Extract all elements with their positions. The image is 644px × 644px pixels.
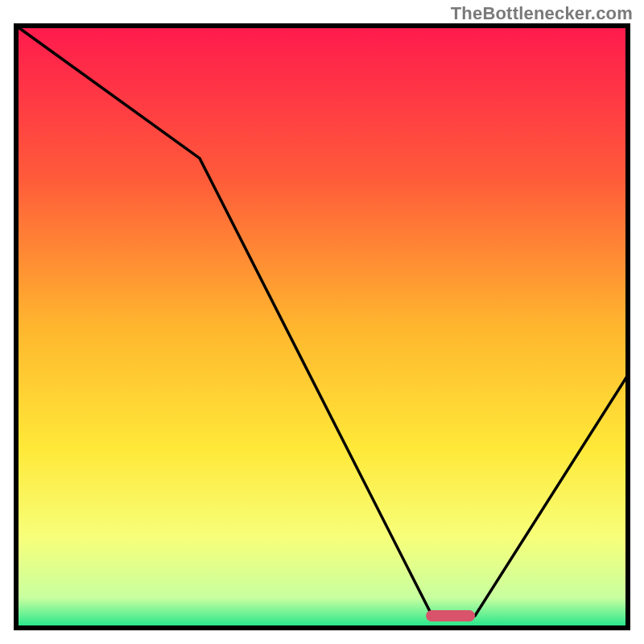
chart-container: TheBottlenecker.com [0, 0, 644, 644]
plot-background [16, 26, 628, 628]
optimal-range-marker [426, 610, 475, 621]
attribution-watermark: TheBottlenecker.com [451, 3, 633, 24]
bottleneck-chart [0, 0, 644, 644]
